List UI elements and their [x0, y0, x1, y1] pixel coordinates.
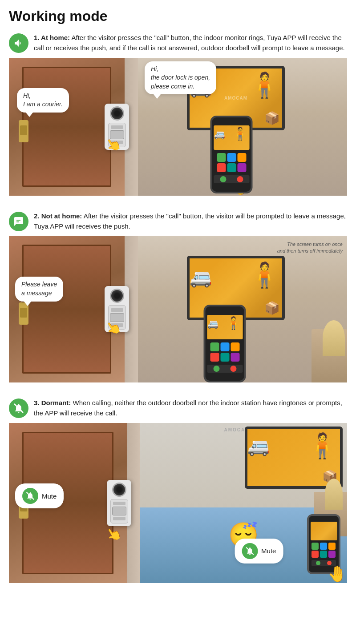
phone-screen-2: 🧍 🚐 [207, 315, 243, 339]
visitor-speech-1: Hi,I am a courier. [17, 88, 69, 113]
page-title: Working mode [9, 8, 347, 24]
mute-bell-icon-right [245, 547, 254, 555]
message-icon [13, 216, 24, 227]
monitor-screen-3: 🧍 🚐 📦 [247, 429, 340, 486]
at-home-text: 1. At home: After the visitor presses th… [34, 32, 347, 53]
monitor-package-2: 📦 [264, 301, 280, 315]
speaker-icon [13, 38, 24, 48]
mute-icon [13, 403, 24, 414]
please-leave-message: Please leavea message [15, 277, 63, 301]
dp-grid [311, 542, 337, 559]
camera-lens-3 [112, 483, 126, 497]
mute-bell-icon-left [26, 491, 35, 500]
mute-bubble-right: Mute [235, 539, 283, 564]
mute-label-left: Mute [42, 492, 57, 500]
camera-lens-1 [110, 106, 124, 121]
mode-dormant-header: 3. Dormant: When calling, neither the ou… [9, 398, 347, 419]
dormant-icon [9, 398, 28, 418]
doorbell-buttons-3 [110, 499, 128, 523]
smartphone-1: 🧍 🚐 [210, 116, 253, 193]
not-at-home-text: 2. Not at home: After the visitor presse… [34, 211, 347, 232]
scene-not-at-home: Please leavea message 👆 The screen turns… [9, 236, 347, 382]
lamp-dormant [325, 479, 343, 510]
mode-not-at-home-header: 2. Not at home: After the visitor presse… [9, 211, 347, 232]
phone-call-bar-2 [207, 365, 243, 373]
phone-screen-1: 🧍 🚐 [214, 125, 249, 150]
door-panel-left-2: Please leavea message 👆 [9, 236, 125, 382]
camera-lens-2 [110, 289, 124, 303]
monitor-person-1: 🧍 [249, 71, 280, 100]
hand-press-3: 👆 [103, 524, 124, 544]
page: Working mode 1. At home: After the visit… [0, 0, 356, 644]
dp-screen [311, 522, 337, 540]
indoor-panel-right-2: The screen turns on onceand then turns o… [125, 236, 347, 382]
phone-app-grid-1 [215, 152, 247, 173]
mute-bubble-left: Mute [15, 483, 64, 508]
mute-circle-left [22, 488, 38, 504]
monitor-watermark-1: AMOCAM [224, 96, 247, 101]
monitor-person-2: 🧍 [249, 261, 280, 290]
door-lock-1 [19, 120, 28, 142]
screen-info-text: The screen turns on onceand then turns o… [277, 241, 343, 255]
monitor-package-1: 📦 [264, 111, 280, 125]
hand-holding-phone-3: 🤚 [328, 565, 347, 583]
door-panel-dormant: Mute 👆 [9, 423, 127, 583]
dormant-text: 3. Dormant: When calling, neither the ou… [34, 398, 347, 419]
indoor-panel-dormant: AMOCAM 🧍 🚐 📦 😴 [127, 423, 347, 583]
indoor-monitor-3: 🧍 🚐 📦 [245, 427, 343, 489]
lamp-2 [323, 320, 345, 356]
at-home-icon [9, 33, 28, 53]
phone-call-bar-1 [214, 175, 249, 183]
scene-dormant: Mute 👆 AMOCAM 🧍 [9, 423, 347, 583]
indoor-panel-right-1: AMOCAM 🧍 🚐 📦 Hi,the door lock is open,pl… [125, 58, 347, 196]
mute-bubble-right-wrap: Mute [235, 539, 251, 543]
monitor-van-2: 🚐 [190, 267, 212, 288]
doorbell-device-3 [107, 480, 131, 526]
mute-label-right: Mute [261, 547, 276, 555]
phone-app-grid-2 [209, 341, 241, 363]
mode-at-home-header: 1. At home: After the visitor presses th… [9, 32, 347, 53]
door-panel-left-1: Hi,I am a courier. 👆 [9, 58, 125, 196]
smartphone-2: 🧍 🚐 [204, 305, 246, 382]
indoor-speech-1: Hi,the door lock is open,please come in. [145, 61, 216, 95]
mute-circle-right [242, 543, 258, 559]
scene-at-home: Hi,I am a courier. 👆 AMOCAM [9, 58, 347, 196]
not-at-home-icon [9, 212, 28, 231]
